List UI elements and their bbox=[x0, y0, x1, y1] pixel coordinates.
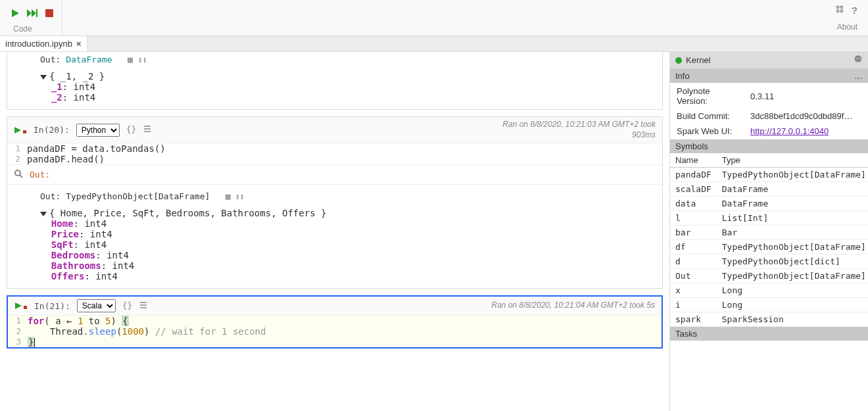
symbol-name: l bbox=[670, 211, 717, 226]
toolbar-group-label: Code bbox=[13, 24, 32, 34]
schema-block-20: { Home, Price, SqFt, Bedrooms, Bathrooms… bbox=[7, 204, 662, 288]
symbol-type: TypedPythonObject[DataFrame] bbox=[717, 168, 868, 182]
symbol-row[interactable]: sparkSparkSession bbox=[670, 312, 868, 327]
svg-rect-10 bbox=[23, 130, 26, 133]
cell-20-out1: Out: bbox=[7, 164, 662, 184]
toolbar-right: ? About bbox=[834, 5, 861, 32]
symbol-name: scalaDF bbox=[670, 182, 717, 197]
symbol-row[interactable]: dfTypedPythonObject[DataFrame] bbox=[670, 240, 868, 254]
close-tab-icon[interactable]: × bbox=[76, 39, 82, 49]
collapse-icon[interactable] bbox=[40, 212, 47, 216]
chart-icon[interactable]: ⫾⫾ bbox=[138, 55, 147, 64]
tasks-section-header[interactable]: Tasks bbox=[670, 327, 868, 341]
symbol-type: Long bbox=[717, 298, 868, 312]
symbol-row[interactable]: barBar bbox=[670, 226, 868, 240]
in-label: In(20): bbox=[34, 125, 70, 135]
symbol-type: DataFrame bbox=[717, 197, 868, 211]
symbol-name: data bbox=[670, 197, 717, 211]
symbol-type: DataFrame bbox=[717, 182, 868, 197]
kernel-status-icon bbox=[675, 57, 682, 64]
svg-point-5 bbox=[836, 6, 839, 9]
code-editor[interactable]: 1pandaDF = data.toPandas() 2pandaDF.head… bbox=[7, 143, 662, 164]
language-select[interactable]: Python bbox=[76, 124, 120, 137]
symbol-name: pandaDF bbox=[670, 168, 717, 182]
info-section-header[interactable]: Info … bbox=[670, 69, 868, 83]
svg-rect-3 bbox=[36, 9, 37, 17]
symbol-row[interactable]: dTypedPythonObject[dict] bbox=[670, 254, 868, 269]
out-label: Out: bbox=[30, 170, 50, 180]
spark-ui-link[interactable]: http://127.0.0.1:4040 bbox=[750, 126, 829, 136]
svg-rect-17 bbox=[24, 306, 27, 309]
table-icon[interactable]: ▦ bbox=[128, 55, 133, 64]
run-all-icon[interactable] bbox=[26, 7, 38, 19]
svg-point-14 bbox=[15, 170, 20, 176]
symbol-type: Long bbox=[717, 283, 868, 298]
code-editor-21[interactable]: 1for( a ← 1 to 5) { 2 Thread.sleep(1000)… bbox=[8, 316, 662, 347]
out-line: Out: DataFrame ▦ ⫾⫾ bbox=[7, 52, 662, 67]
search-icon[interactable] bbox=[14, 169, 23, 180]
svg-point-7 bbox=[836, 10, 839, 12]
menu-icon[interactable] bbox=[143, 124, 152, 135]
svg-marker-9 bbox=[14, 127, 21, 133]
menu-icon[interactable] bbox=[139, 301, 148, 312]
symbol-type: TypedPythonObject[DataFrame] bbox=[717, 269, 868, 283]
skull-icon[interactable] bbox=[854, 55, 863, 66]
table-icon[interactable]: ▦ bbox=[226, 191, 231, 201]
cell-run-icon[interactable] bbox=[14, 302, 28, 310]
cell-20: In(20): Python {} Ran on 8/8/2020, 10:21… bbox=[7, 116, 663, 289]
cell-run-icon[interactable] bbox=[14, 126, 27, 134]
symbol-type: TypedPythonObject[DataFrame] bbox=[717, 240, 868, 254]
out-type: DataFrame bbox=[66, 55, 112, 64]
help-icon[interactable]: ? bbox=[852, 5, 857, 16]
collapse-icon[interactable] bbox=[40, 75, 47, 80]
symbol-row[interactable]: xLong bbox=[670, 283, 868, 298]
svg-rect-4 bbox=[45, 9, 53, 17]
svg-point-6 bbox=[840, 6, 843, 9]
chart-icon[interactable]: ⫾⫾ bbox=[235, 191, 245, 201]
text-cursor bbox=[34, 338, 35, 347]
run-info: Ran on 8/8/2020, 10:21:04 AM GMT+2 took … bbox=[491, 301, 655, 311]
symbol-row[interactable]: iLong bbox=[670, 298, 868, 312]
svg-marker-2 bbox=[32, 9, 36, 17]
notebook-area: Out: DataFrame ▦ ⫾⫾ { _1, _2 } _1: int4 … bbox=[0, 52, 669, 411]
stop-icon[interactable] bbox=[43, 7, 55, 19]
schema-block: { _1, _2 } _1: int4 _2: int4 bbox=[7, 67, 662, 109]
symbol-row[interactable]: pandaDFTypedPythonObject[DataFrame] bbox=[670, 168, 868, 182]
svg-marker-16 bbox=[15, 302, 22, 309]
notebook-tab[interactable]: introduction.ipynb × bbox=[0, 36, 87, 51]
ellipsis-icon[interactable]: … bbox=[854, 71, 863, 81]
kernel-panel: Kernel Info … Polynote Version:0.3.11 Bu… bbox=[669, 52, 868, 411]
in-label: In(21): bbox=[34, 301, 70, 311]
cell-prev-output: Out: DataFrame ▦ ⫾⫾ { _1, _2 } _1: int4 … bbox=[7, 52, 663, 110]
svg-point-8 bbox=[840, 10, 843, 12]
symbol-name: i bbox=[670, 298, 717, 312]
symbol-name: Out bbox=[670, 269, 717, 283]
symbol-type: List[Int] bbox=[717, 211, 868, 226]
symbols-section-header[interactable]: Symbols bbox=[670, 139, 868, 153]
language-select[interactable]: Scala bbox=[77, 299, 116, 312]
cell-21-header: In(21): Scala {} Ran on 8/8/2020, 10:21:… bbox=[8, 297, 662, 316]
symbol-row[interactable]: OutTypedPythonObject[DataFrame] bbox=[670, 269, 868, 283]
settings-icon[interactable] bbox=[834, 5, 845, 16]
tab-label: introduction.ipynb bbox=[5, 39, 72, 49]
symbol-name: x bbox=[670, 283, 717, 298]
symbol-name: d bbox=[670, 254, 717, 269]
about-link[interactable]: About bbox=[837, 22, 857, 32]
symbol-row[interactable]: dataDataFrame bbox=[670, 197, 868, 211]
cell-21: In(21): Scala {} Ran on 8/8/2020, 10:21:… bbox=[7, 295, 663, 349]
cell-20-header: In(20): Python {} Ran on 8/8/2020, 10:21… bbox=[7, 117, 662, 143]
run-info: Ran on 8/8/2020, 10:21:03 AM GMT+2 took9… bbox=[502, 120, 656, 140]
toolbar-code-group: Code bbox=[7, 0, 62, 36]
braces-icon[interactable]: {} bbox=[122, 301, 133, 312]
run-icon[interactable] bbox=[9, 7, 21, 19]
svg-marker-0 bbox=[12, 9, 19, 17]
info-table: Polynote Version:0.3.11 Build Commit:3dc… bbox=[670, 83, 868, 139]
cell-20-out2: Out: TypedPythonObject[DataFrame] ▦ ⫾⫾ bbox=[7, 184, 662, 204]
braces-icon[interactable]: {} bbox=[126, 124, 137, 135]
symbol-row[interactable]: lList[Int] bbox=[670, 211, 868, 226]
kernel-header: Kernel bbox=[670, 52, 868, 69]
symbol-type: Bar bbox=[717, 226, 868, 240]
symbol-row[interactable]: scalaDFDataFrame bbox=[670, 182, 868, 197]
symbol-name: bar bbox=[670, 226, 717, 240]
symbol-name: spark bbox=[670, 312, 717, 327]
